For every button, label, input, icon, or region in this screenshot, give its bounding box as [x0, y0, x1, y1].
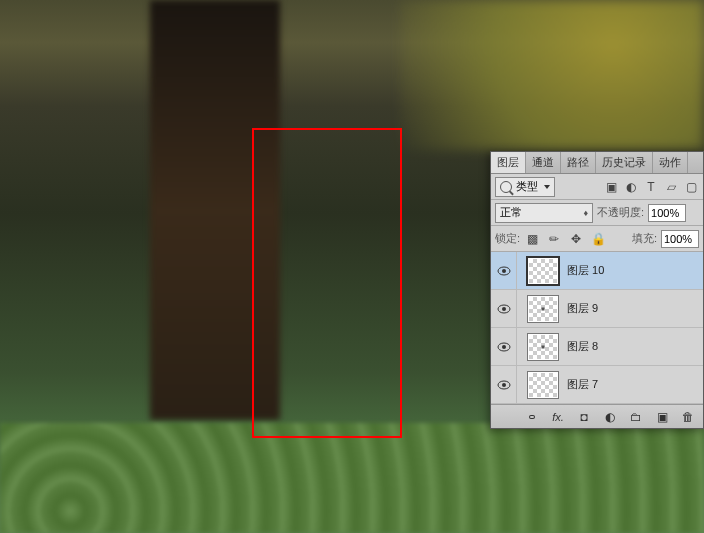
panel-footer: fx. ◘ ◐ 🗀 ▣ 🗑 [491, 404, 703, 428]
filter-pixel-icon[interactable]: ▣ [603, 179, 619, 195]
lock-all-icon[interactable]: 🔒 [590, 231, 606, 247]
tab-layers[interactable]: 图层 [491, 152, 526, 173]
lock-position-icon[interactable]: ✥ [568, 231, 584, 247]
tab-actions[interactable]: 动作 [653, 152, 688, 173]
tab-history[interactable]: 历史记录 [596, 152, 653, 173]
filter-label: 类型 [516, 179, 538, 194]
fill-input[interactable]: 100% [661, 230, 699, 248]
filter-shape-icon[interactable]: ▱ [663, 179, 679, 195]
delete-layer-icon[interactable]: 🗑 [679, 408, 697, 426]
fill-value: 100% [664, 233, 692, 245]
svg-point-5 [502, 345, 506, 349]
layer-group-icon[interactable]: 🗀 [627, 408, 645, 426]
visibility-toggle[interactable] [491, 252, 517, 290]
layer-thumbnail[interactable] [527, 371, 559, 399]
opacity-input[interactable]: 100% [648, 204, 686, 222]
lock-row: 锁定: ▩ ✏ ✥ 🔒 填充: 100% [491, 226, 703, 252]
filter-type-icon[interactable]: T [643, 179, 659, 195]
visibility-toggle[interactable] [491, 290, 517, 328]
search-icon [500, 181, 512, 193]
filter-type-select[interactable]: 类型 [495, 177, 555, 197]
svg-point-3 [502, 307, 506, 311]
chevron-updown-icon: ♦ [583, 208, 588, 218]
visibility-toggle[interactable] [491, 328, 517, 366]
filter-smart-icon[interactable]: ▢ [683, 179, 699, 195]
canvas-foliage [0, 423, 704, 533]
layers-panel: 图层 通道 路径 历史记录 动作 类型 ▣ ◐ T ▱ ▢ 正常 ♦ 不透明度:… [490, 151, 704, 429]
visibility-toggle[interactable] [491, 366, 517, 404]
layer-row[interactable]: 图层 10 [491, 252, 703, 290]
layer-mask-icon[interactable]: ◘ [575, 408, 593, 426]
layer-name[interactable]: 图层 9 [567, 301, 598, 316]
tab-paths[interactable]: 路径 [561, 152, 596, 173]
link-layers-icon[interactable] [523, 408, 541, 426]
layer-thumbnail[interactable] [527, 295, 559, 323]
chevron-down-icon [544, 185, 550, 189]
lock-icons: ▩ ✏ ✥ 🔒 [524, 231, 606, 247]
lock-pixels-icon[interactable]: ✏ [546, 231, 562, 247]
opacity-value: 100% [651, 207, 679, 219]
lock-transparent-icon[interactable]: ▩ [524, 231, 540, 247]
svg-point-7 [502, 383, 506, 387]
layer-fx-icon[interactable]: fx. [549, 408, 567, 426]
selection-rectangle[interactable] [252, 128, 402, 438]
new-layer-icon[interactable]: ▣ [653, 408, 671, 426]
layer-thumbnail[interactable] [527, 333, 559, 361]
layer-name[interactable]: 图层 10 [567, 263, 604, 278]
layer-thumbnail[interactable] [527, 257, 559, 285]
lock-label: 锁定: [495, 231, 520, 246]
opacity-label: 不透明度: [597, 205, 644, 220]
svg-point-1 [502, 269, 506, 273]
filter-adjust-icon[interactable]: ◐ [623, 179, 639, 195]
layers-list: 图层 10 图层 9 图层 8 图层 7 [491, 252, 703, 404]
layer-name[interactable]: 图层 7 [567, 377, 598, 392]
fill-label: 填充: [632, 231, 657, 246]
layer-row[interactable]: 图层 7 [491, 366, 703, 404]
layer-row[interactable]: 图层 8 [491, 328, 703, 366]
panel-tabs: 图层 通道 路径 历史记录 动作 [491, 152, 703, 174]
blend-row: 正常 ♦ 不透明度: 100% [491, 200, 703, 226]
filter-row: 类型 ▣ ◐ T ▱ ▢ [491, 174, 703, 200]
blend-mode-value: 正常 [500, 205, 522, 220]
layer-name[interactable]: 图层 8 [567, 339, 598, 354]
adjustment-layer-icon[interactable]: ◐ [601, 408, 619, 426]
blend-mode-select[interactable]: 正常 ♦ [495, 203, 593, 223]
tab-channels[interactable]: 通道 [526, 152, 561, 173]
layer-row[interactable]: 图层 9 [491, 290, 703, 328]
